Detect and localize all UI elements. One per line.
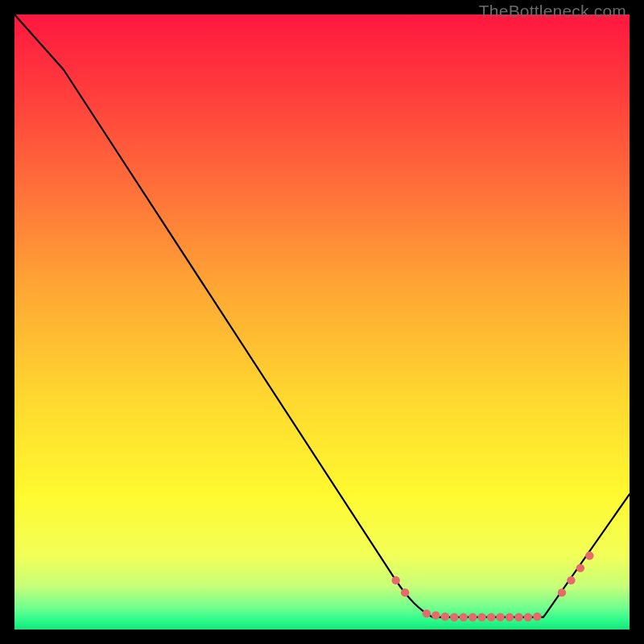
marker-dot xyxy=(506,613,514,621)
marker-dot xyxy=(431,611,440,619)
marker-dot xyxy=(567,576,575,584)
marker-dot xyxy=(441,613,449,621)
marker-dot xyxy=(558,588,566,597)
marker-dot xyxy=(460,613,468,621)
marker-dot xyxy=(524,613,532,621)
marker-dot xyxy=(576,564,584,572)
chart-frame xyxy=(14,14,630,630)
marker-dot xyxy=(469,613,477,621)
marker-dot xyxy=(585,551,593,559)
marker-dot xyxy=(514,613,522,621)
marker-dot xyxy=(487,613,495,621)
marker-dot xyxy=(401,588,409,597)
marker-dot xyxy=(450,613,458,621)
marker-dot xyxy=(477,613,485,621)
marker-dot xyxy=(496,613,504,621)
chart-background xyxy=(14,14,630,630)
marker-dot xyxy=(391,576,399,584)
bottleneck-chart xyxy=(14,14,630,630)
marker-dot xyxy=(533,613,541,621)
watermark-text: TheBottleneck.com xyxy=(479,2,626,21)
marker-dot xyxy=(423,609,431,617)
